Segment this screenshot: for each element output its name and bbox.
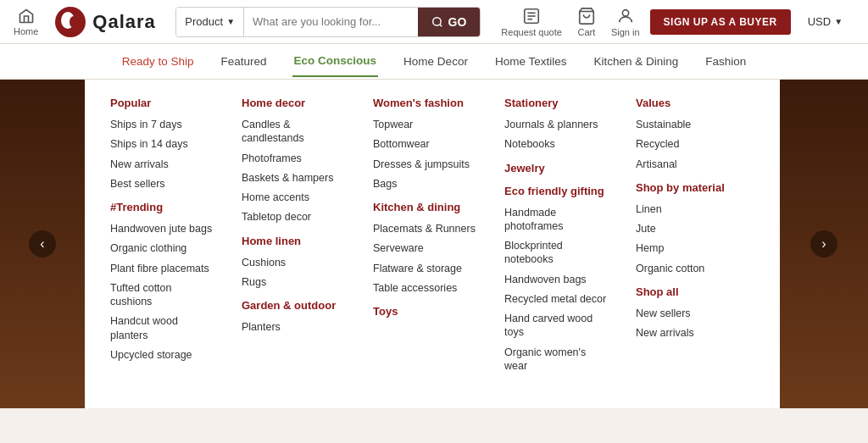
dropdown-label: Product bbox=[185, 15, 223, 28]
next-arrow-button[interactable]: › bbox=[810, 230, 837, 257]
menu-item[interactable]: Planters bbox=[242, 320, 348, 334]
eco-gifting-header: Eco friendly gifting bbox=[504, 185, 610, 197]
menu-item[interactable]: Jute bbox=[636, 222, 742, 235]
shop-all-header: Shop all bbox=[636, 285, 742, 298]
popular-header: Popular bbox=[110, 97, 216, 109]
menu-item[interactable]: Hand carved wood toys bbox=[504, 312, 610, 340]
menu-item[interactable]: Handcut wood planters bbox=[110, 314, 216, 342]
jewelry-header: Jewelry bbox=[504, 162, 610, 174]
header-icons: Request quote Cart Sign in bbox=[501, 7, 639, 37]
home-label: Home bbox=[14, 26, 38, 36]
search-input[interactable] bbox=[244, 8, 418, 36]
cart-icon bbox=[577, 7, 596, 25]
menu-item[interactable]: Sustainable bbox=[636, 118, 742, 131]
currency-selector[interactable]: USD ▼ bbox=[808, 15, 843, 28]
nav-bar: Ready to Ship Featured Eco Conscious Hom… bbox=[0, 44, 868, 80]
toys-group: Toys bbox=[373, 305, 479, 318]
search-button[interactable]: GO bbox=[418, 8, 481, 36]
menu-col-values: Values Sustainable Recycled Artisanal Sh… bbox=[623, 97, 754, 383]
stationery-header: Stationery bbox=[504, 97, 610, 109]
popular-group: Popular Ships in 7 days Ships in 14 days… bbox=[110, 97, 216, 191]
material-group: Shop by material Linen Jute Hemp Organic… bbox=[636, 181, 742, 275]
logo-area[interactable]: Qalara bbox=[55, 7, 165, 37]
svg-point-3 bbox=[432, 17, 440, 25]
eco-gifting-group: Eco friendly gifting Handmade photoframe… bbox=[504, 185, 610, 374]
nav-featured[interactable]: Featured bbox=[220, 47, 269, 76]
toys-header: Toys bbox=[373, 305, 479, 318]
menu-item[interactable]: Blockprinted notebooks bbox=[504, 239, 610, 267]
currency-chevron: ▼ bbox=[834, 17, 843, 26]
garden-group: Garden & outdoor Planters bbox=[242, 299, 348, 334]
search-bar: Product ▼ GO bbox=[175, 7, 481, 37]
prev-arrow-button[interactable]: ‹ bbox=[29, 230, 56, 257]
menu-item[interactable]: Notebooks bbox=[504, 137, 610, 151]
trending-group: #Trending Handwoven jute bags Organic cl… bbox=[110, 201, 216, 362]
menu-item[interactable]: Candles & candlestands bbox=[242, 118, 348, 146]
product-dropdown[interactable]: Product ▼ bbox=[176, 8, 244, 36]
menu-item[interactable]: Journals & planners bbox=[504, 118, 610, 131]
menu-item[interactable]: Artisanal bbox=[636, 158, 742, 171]
menu-item[interactable]: Flatware & storage bbox=[373, 262, 479, 275]
menu-item[interactable]: Plant fibre placemats bbox=[110, 262, 216, 275]
menu-item[interactable]: Serveware bbox=[373, 241, 479, 255]
home-link[interactable]: Home bbox=[14, 8, 38, 36]
menu-item[interactable]: Photoframes bbox=[242, 152, 348, 165]
menu-item[interactable]: Ships in 7 days bbox=[110, 118, 216, 131]
menu-item[interactable]: Topwear bbox=[373, 118, 479, 131]
nav-home-decor[interactable]: Home Decor bbox=[402, 47, 470, 76]
menu-item[interactable]: Rugs bbox=[242, 275, 348, 289]
nav-home-textiles[interactable]: Home Textiles bbox=[493, 47, 569, 76]
mega-menu: Popular Ships in 7 days Ships in 14 days… bbox=[85, 80, 780, 408]
home-linen-header: Home linen bbox=[242, 235, 348, 247]
sign-in-button[interactable]: Sign in bbox=[611, 7, 640, 37]
go-label: GO bbox=[448, 15, 467, 29]
menu-item[interactable]: Home accents bbox=[242, 191, 348, 204]
logo-icon bbox=[55, 7, 86, 37]
menu-item[interactable]: Cushions bbox=[242, 256, 348, 269]
request-quote-button[interactable]: Request quote bbox=[501, 7, 562, 37]
menu-item[interactable]: Best sellers bbox=[110, 177, 216, 191]
menu-item[interactable]: Handmade photoframes bbox=[504, 206, 610, 234]
menu-item[interactable]: Tufted cotton cushions bbox=[110, 281, 216, 309]
menu-item[interactable]: Organic women's wear bbox=[504, 346, 610, 374]
garden-header: Garden & outdoor bbox=[242, 299, 348, 312]
home-decor-group: Home decor Candles & candlestands Photof… bbox=[242, 97, 348, 224]
menu-item[interactable]: Tabletop decor bbox=[242, 210, 348, 224]
menu-item[interactable]: Hemp bbox=[636, 241, 742, 255]
home-linen-group: Home linen Cushions Rugs bbox=[242, 235, 348, 290]
cart-button[interactable]: Cart bbox=[577, 7, 596, 37]
menu-item[interactable]: Handwoven bags bbox=[504, 273, 610, 286]
kitchen-header: Kitchen & dining bbox=[373, 201, 479, 213]
signup-button[interactable]: SIGN UP AS A BUYER bbox=[650, 9, 791, 35]
nav-kitchen-dining[interactable]: Kitchen & Dining bbox=[592, 47, 680, 76]
currency-label: USD bbox=[808, 15, 831, 28]
svg-line-4 bbox=[439, 24, 442, 26]
jewelry-group: Jewelry bbox=[504, 162, 610, 174]
menu-item[interactable]: Recycled metal decor bbox=[504, 292, 610, 306]
menu-item[interactable]: New arrivals bbox=[110, 158, 216, 171]
menu-item[interactable]: Organic cotton bbox=[636, 262, 742, 275]
menu-item[interactable]: Upcycled storage bbox=[110, 348, 216, 362]
cart-label: Cart bbox=[578, 27, 596, 37]
nav-eco-conscious[interactable]: Eco Conscious bbox=[292, 46, 379, 77]
womens-fashion-group: Women's fashion Topwear Bottomwear Dress… bbox=[373, 97, 479, 191]
menu-item[interactable]: Baskets & hampers bbox=[242, 171, 348, 185]
menu-item[interactable]: Linen bbox=[636, 202, 742, 216]
bg-left: ‹ bbox=[0, 80, 85, 408]
menu-item[interactable]: Handwoven jute bags bbox=[110, 222, 216, 235]
menu-item[interactable]: Recycled bbox=[636, 137, 742, 151]
header: Home Qalara Product ▼ GO Request quote bbox=[0, 0, 868, 44]
menu-item[interactable]: Placemats & Runners bbox=[373, 222, 479, 235]
menu-item[interactable]: Bottomwear bbox=[373, 137, 479, 151]
menu-item[interactable]: Organic clothing bbox=[110, 241, 216, 255]
nav-fashion[interactable]: Fashion bbox=[704, 47, 748, 76]
kitchen-group: Kitchen & dining Placemats & Runners Ser… bbox=[373, 201, 479, 295]
menu-item[interactable]: Dresses & jumpsuits bbox=[373, 158, 479, 171]
menu-item[interactable]: Ships in 14 days bbox=[110, 137, 216, 151]
svg-point-10 bbox=[622, 9, 628, 15]
menu-item[interactable]: New arrivals bbox=[636, 326, 742, 340]
menu-item[interactable]: Bags bbox=[373, 177, 479, 191]
menu-item[interactable]: New sellers bbox=[636, 307, 742, 320]
nav-ready-to-ship[interactable]: Ready to Ship bbox=[120, 47, 196, 76]
menu-item[interactable]: Table accessories bbox=[373, 281, 479, 295]
